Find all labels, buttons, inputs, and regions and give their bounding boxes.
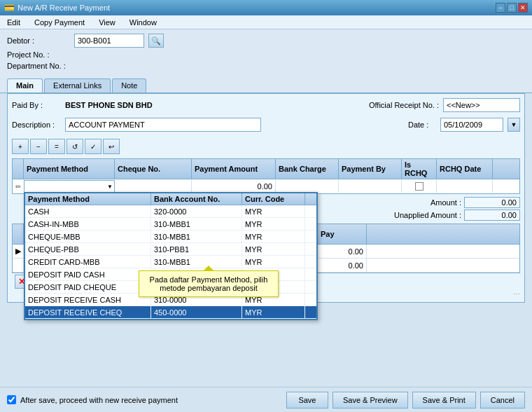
menu-view[interactable]: View — [96, 18, 118, 27]
refresh-button[interactable]: ↺ — [66, 139, 83, 154]
row2-pay: 0.00 — [318, 259, 367, 272]
window-icon: 💳 — [4, 3, 15, 13]
debtor-label: Debtor : — [7, 36, 70, 45]
window-title: New A/R Receive Payment — [18, 4, 110, 12]
date-label: Date : — [408, 121, 436, 129]
amount-input[interactable] — [464, 197, 520, 208]
row-indicator: ✏ — [13, 183, 24, 191]
header-cheque-no: Cheque No. — [115, 159, 192, 179]
check-button[interactable]: ✓ — [85, 139, 102, 154]
popup-row-deposit-receive-cheq[interactable]: DEPOSIT RECEIVE CHEQ 450-0000 MYR — [25, 306, 316, 319]
is-rchq-checkbox[interactable] — [415, 182, 424, 191]
close-button[interactable]: ✕ — [518, 3, 528, 13]
debtor-search-button[interactable]: 🔍 — [148, 34, 164, 48]
payment-by-cell[interactable] — [339, 180, 402, 193]
bottom-bar: After save, proceed with new receive pay… — [0, 387, 532, 412]
popup-row-cheque-pbb[interactable]: CHEQUE-PBB 310-PBB1 MYR — [25, 243, 316, 256]
tabs-container: Main External Links Note — [0, 76, 532, 93]
payment-method-popup[interactable]: Payment Method Bank Account No. Curr. Co… — [24, 192, 318, 320]
tab-main[interactable]: Main — [7, 78, 43, 92]
date-picker-button[interactable]: ▼ — [507, 118, 520, 132]
payment-amount-value: 0.00 — [258, 182, 272, 191]
amount-label: Amount : — [377, 198, 461, 207]
add-button[interactable]: + — [12, 139, 29, 154]
cheque-no-cell[interactable] — [115, 180, 192, 193]
minimize-button[interactable]: − — [496, 3, 505, 13]
description-input[interactable] — [65, 118, 261, 132]
menu-copy-payment[interactable]: Copy Payment — [31, 18, 88, 27]
menu-bar: Edit Copy Payment View Window — [0, 15, 532, 29]
title-bar: 💳 New A/R Receive Payment − □ ✕ — [0, 0, 532, 15]
popup-col-curr: Curr. Code — [242, 193, 305, 205]
popup-row-cash-in-mbb[interactable]: CASH-IN-MBB 310-MBB1 MYR — [25, 218, 316, 231]
toolbar: + − = ↺ ✓ ↩ — [12, 137, 520, 156]
delete-button[interactable]: − — [30, 139, 47, 154]
department-label: Department No. : — [7, 62, 70, 70]
unapplied-amount-label: Unapplied Amount : — [377, 211, 461, 219]
header-is-rchq: Is RCHQ — [402, 159, 437, 179]
row1-pay: 0.00 — [318, 245, 367, 258]
paid-by-label: Paid By : — [12, 101, 61, 109]
row2-indicator — [13, 259, 24, 272]
payment-amount-cell: 0.00 — [192, 180, 276, 193]
form-area: Debtor : 🔍 Project No. : Department No. … — [0, 29, 532, 76]
undo-button[interactable]: ↩ — [103, 139, 120, 154]
header-payment-method: Payment Method — [24, 159, 115, 179]
header-rchq-date: RCHQ Date — [437, 159, 493, 179]
payment-grid: Payment Method Cheque No. Payment Amount… — [12, 158, 520, 194]
debtor-input[interactable] — [74, 34, 144, 48]
cancel-button[interactable]: Cancel — [480, 392, 525, 408]
row1-indicator: ▶ — [13, 245, 24, 258]
menu-window[interactable]: Window — [127, 18, 160, 27]
header-pay: Pay — [318, 224, 367, 244]
paid-by-value: BEST PHONE SDN BHD — [65, 101, 153, 109]
unapplied-amount-input[interactable] — [464, 210, 520, 221]
tab-external-links[interactable]: External Links — [44, 78, 111, 92]
date-input[interactable] — [440, 118, 503, 132]
save-preview-button[interactable]: Save & Preview — [332, 392, 408, 408]
tooltip-text: Pada daftar Payment Method, pilih metode… — [150, 275, 268, 292]
tooltip: Pada daftar Payment Method, pilih metode… — [139, 270, 279, 297]
maximize-button[interactable]: □ — [507, 3, 517, 13]
after-save-label: After save, proceed with new receive pay… — [20, 396, 178, 404]
equal-button[interactable]: = — [48, 139, 65, 154]
tooltip-arrow-icon — [203, 266, 214, 271]
popup-col-method: Payment Method — [25, 193, 151, 205]
menu-edit[interactable]: Edit — [4, 18, 23, 27]
scrollbar-indicator: ⋯ — [513, 290, 520, 298]
popup-header: Payment Method Bank Account No. Curr. Co… — [25, 193, 316, 205]
popup-row-credit-card-mbb[interactable]: CREDIT CARD-MBB 310-MBB1 MYR — [25, 256, 316, 268]
official-receipt-input[interactable] — [443, 98, 520, 112]
header-bank-charge: Bank Charge — [276, 159, 339, 179]
main-panel: Paid By : BEST PHONE SDN BHD Official Re… — [7, 93, 525, 303]
description-label: Description : — [12, 121, 61, 129]
dropdown-arrow-icon: ▼ — [107, 184, 113, 190]
popup-row-cheque-mbb[interactable]: CHEQUE-MBB 310-MBB1 MYR — [25, 231, 316, 243]
is-rchq-cell[interactable] — [402, 180, 437, 193]
official-receipt-label: Official Receipt No. : — [348, 101, 439, 109]
header-payment-amount: Payment Amount — [192, 159, 276, 179]
save-print-button[interactable]: Save & Print — [412, 392, 476, 408]
project-label: Project No. : — [7, 50, 70, 59]
popup-col-bank: Bank Account No. — [151, 193, 242, 205]
save-button[interactable]: Save — [286, 392, 328, 408]
rchq-date-cell[interactable] — [437, 180, 493, 193]
payment-method-dropdown[interactable]: ▼ — [24, 180, 115, 193]
after-save-checkbox[interactable] — [7, 395, 16, 404]
header-payment-by: Payment By — [339, 159, 402, 179]
bank-charge-cell[interactable] — [276, 180, 339, 193]
popup-row-cash[interactable]: CASH 320-0000 MYR — [25, 205, 316, 218]
tab-note[interactable]: Note — [112, 78, 146, 92]
grid-header: Payment Method Cheque No. Payment Amount… — [13, 159, 519, 179]
